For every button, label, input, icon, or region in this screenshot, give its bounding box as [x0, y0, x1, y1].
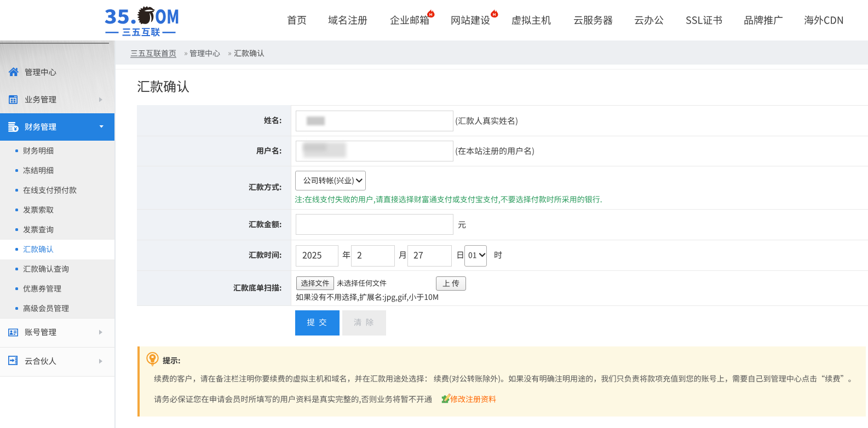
svg-text:H: H [429, 12, 432, 17]
svg-text:H: H [493, 12, 496, 17]
